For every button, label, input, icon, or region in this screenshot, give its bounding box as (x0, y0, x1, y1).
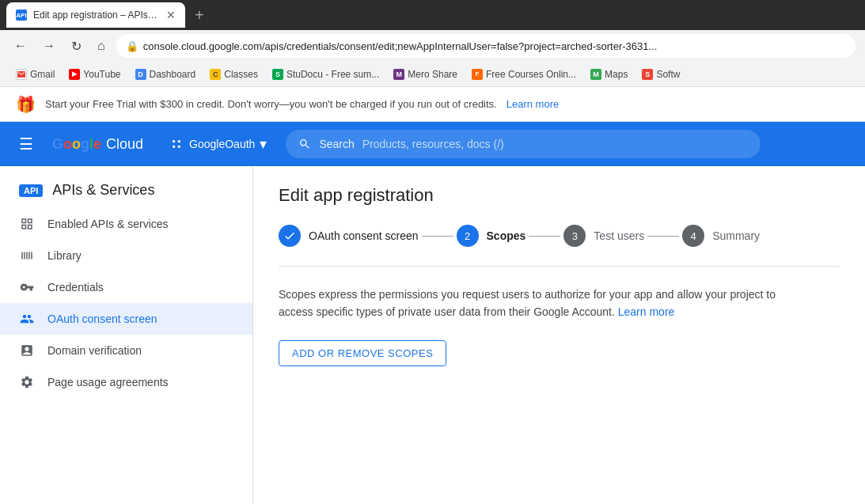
step-summary: 4 Summary (682, 225, 760, 247)
back-button[interactable]: ← (9, 36, 32, 56)
mero-favicon: M (393, 69, 404, 80)
bookmark-studocu[interactable]: S StuDocu - Free sum... (266, 66, 385, 82)
learn-more-link[interactable]: Learn more (618, 305, 675, 318)
sidebar-label-library: Library (47, 249, 82, 262)
banner-text: Start your Free Trial with $300 in credi… (45, 98, 497, 110)
step-3-circle: 3 (563, 225, 586, 247)
description-text: Scopes express the permissions you reque… (279, 286, 793, 321)
sidebar-item-library[interactable]: Library (0, 240, 252, 271)
gmail-favicon (16, 69, 27, 80)
search-bar[interactable]: Search Products, resources, docs (/) (286, 130, 761, 158)
youtube-label: YouTube (83, 69, 120, 80)
new-tab-button[interactable]: + (188, 6, 211, 25)
nav-bar: ← → ↻ ⌂ 🔒 console.cloud.google.com/apis/… (0, 30, 865, 62)
svg-point-2 (173, 146, 175, 148)
search-placeholder-text: Products, resources, docs (/) (362, 138, 504, 150)
home-button[interactable]: ⌂ (93, 36, 110, 56)
step-oauth-consent: OAuth consent screen (279, 225, 419, 247)
step-test-users: 3 Test users (563, 225, 644, 247)
free-trial-banner: 🎁 Start your Free Trial with $300 in cre… (0, 87, 865, 122)
sidebar-label-page-usage: Page usage agreements (47, 376, 169, 388)
library-icon (19, 248, 35, 263)
add-scopes-button[interactable]: ADD OR REMOVE SCOPES (279, 340, 446, 366)
tab-bar: API Edit app registration – APIs & Se ✕ … (0, 0, 865, 30)
step-divider-3 (647, 236, 679, 237)
page-title: Edit app registration (279, 185, 840, 206)
sidebar: API APIs & Services Enabled APIs & servi… (0, 166, 253, 504)
svg-point-0 (173, 140, 175, 142)
reload-button[interactable]: ↻ (66, 36, 86, 57)
search-icon (298, 138, 311, 150)
step-4-number: 4 (691, 230, 696, 242)
sidebar-label-credentials: Credentials (47, 281, 104, 294)
content-area: Edit app registration OAuth consent scre… (253, 166, 865, 504)
url-text: console.cloud.google.com/apis/credential… (143, 40, 846, 52)
stepper: OAuth consent screen 2 Scopes 3 Test use… (279, 225, 840, 267)
bookmark-youtube[interactable]: ▶ YouTube (63, 66, 127, 82)
bookmark-softw[interactable]: S Softw (635, 66, 686, 82)
banner-learn-more-link[interactable]: Learn more (506, 98, 559, 110)
tab-close-button[interactable]: ✕ (166, 9, 176, 21)
bookmark-classes[interactable]: C Classes (203, 66, 264, 82)
studocu-label: StuDocu - Free sum... (286, 69, 379, 80)
softw-label: Softw (656, 69, 680, 80)
maps-label: Maps (605, 69, 628, 80)
active-tab[interactable]: API Edit app registration – APIs & Se ✕ (6, 2, 185, 28)
youtube-favicon: ▶ (69, 69, 80, 80)
project-dropdown-arrow: ▾ (260, 135, 267, 153)
bookmark-dashboard[interactable]: D Dashboard (129, 66, 203, 82)
hamburger-menu-button[interactable]: ☰ (13, 128, 40, 160)
svg-point-3 (178, 146, 180, 148)
sidebar-label-domain-verification: Domain verification (47, 344, 142, 357)
sidebar-item-page-usage[interactable]: Page usage agreements (0, 366, 252, 398)
maps-favicon: M (590, 69, 601, 80)
main-layout: API APIs & Services Enabled APIs & servi… (0, 166, 865, 504)
sidebar-item-domain-verification[interactable]: Domain verification (0, 335, 252, 366)
forward-button[interactable]: → (38, 36, 60, 56)
step-divider-1 (422, 236, 453, 237)
cloud-text: Cloud (106, 136, 143, 153)
step-4-circle: 4 (682, 225, 704, 247)
google-cloud-logo[interactable]: Google Cloud (52, 136, 143, 153)
step-2-circle: 2 (457, 225, 479, 247)
oauth-consent-icon (19, 311, 35, 327)
mero-label: Mero Share (408, 69, 457, 80)
classes-favicon: C (210, 69, 221, 80)
address-bar[interactable]: 🔒 console.cloud.google.com/apis/credenti… (116, 34, 856, 58)
step-2-number: 2 (465, 230, 470, 242)
bookmark-fco[interactable]: F Free Courses Onlin... (465, 66, 582, 82)
studocu-favicon: S (272, 69, 283, 80)
project-selector-icon (169, 136, 184, 152)
tab-favicon: API (16, 9, 27, 21)
fco-label: Free Courses Onlin... (486, 69, 576, 80)
bookmarks-bar: Gmail ▶ YouTube D Dashboard C Classes S … (0, 62, 865, 87)
step-1-circle (279, 225, 301, 247)
api-badge: API (19, 184, 43, 197)
sidebar-title: APIs & Services (52, 182, 154, 199)
step-1-label: OAuth consent screen (309, 229, 419, 242)
project-selector[interactable]: GoogleOauth ▾ (162, 132, 273, 156)
sidebar-item-enabled-apis[interactable]: Enabled APIs & services (0, 208, 252, 240)
lock-icon: 🔒 (126, 40, 138, 52)
sidebar-label-enabled-apis: Enabled APIs & services (47, 218, 169, 230)
page-usage-icon (19, 374, 35, 390)
domain-verification-icon (19, 343, 35, 358)
sidebar-header: API APIs & Services (0, 172, 252, 208)
gift-icon: 🎁 (16, 95, 36, 114)
sidebar-label-oauth-consent: OAuth consent screen (47, 313, 157, 325)
bookmark-gmail[interactable]: Gmail (9, 66, 61, 82)
sidebar-item-oauth-consent[interactable]: OAuth consent screen (0, 303, 252, 335)
bookmark-mero[interactable]: M Mero Share (387, 66, 464, 82)
step-4-label: Summary (712, 229, 760, 242)
bookmark-maps[interactable]: M Maps (584, 66, 634, 82)
sidebar-item-credentials[interactable]: Credentials (0, 271, 252, 303)
google-logo-text: Google (52, 136, 101, 153)
softw-favicon: S (642, 69, 653, 80)
dashboard-favicon: D (135, 69, 146, 80)
browser-chrome: API Edit app registration – APIs & Se ✕ … (0, 0, 865, 87)
gmail-label: Gmail (30, 69, 55, 80)
fco-favicon: F (472, 69, 483, 80)
enabled-apis-icon (19, 216, 35, 232)
step-2-label: Scopes (487, 229, 526, 242)
tab-title: Edit app registration – APIs & Se (33, 9, 160, 21)
